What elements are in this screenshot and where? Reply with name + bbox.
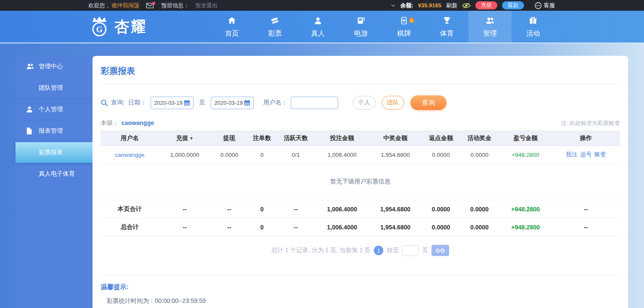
total-label: 本页合计 — [101, 200, 159, 218]
nav-item-egames[interactable]: 电游 — [339, 11, 382, 43]
nav-item-boardgames[interactable]: 中 棋牌 — [382, 11, 425, 43]
table-cell-profit: +948.2800 — [499, 218, 552, 236]
withdraw-button[interactable]: 提款 — [502, 1, 524, 9]
table-row: caowangge 1,000.0000 0.0000 0 0/1 1,006.… — [101, 146, 620, 164]
table-cell: 0 — [248, 218, 276, 236]
refresh-link[interactable]: 刷新 — [446, 2, 457, 9]
page-title: 彩票报表 — [101, 56, 620, 77]
logo-emblem-icon: G — [88, 15, 111, 38]
table-cell: -- — [159, 218, 211, 236]
table-cell: 1,954.6800 — [369, 146, 422, 164]
page-body: 管理中心 团队管理 个人管理 报表管理 彩票报表 真人电子体育 彩票报表 — [0, 44, 644, 308]
table-cell: -- — [276, 218, 315, 236]
table-cell: -- — [211, 200, 248, 218]
brand-logo[interactable]: G 杏耀 — [88, 15, 147, 38]
table-cell: 0.0000 — [460, 200, 499, 218]
pagination: 总计 1 个记录, 分为 1 页, 当前第 1 页 1 转至 页 GO — [101, 245, 620, 256]
go-button[interactable]: GO — [431, 245, 449, 256]
column-header: 提现 — [211, 131, 248, 146]
users-icon — [26, 63, 34, 70]
bets-link[interactable]: 投注 — [566, 151, 578, 158]
logout-link[interactable]: 安全退出 — [195, 2, 218, 9]
column-header: 投注金额 — [315, 131, 369, 146]
empty-message: 暂无下级用户彩票信息 — [101, 164, 620, 200]
current-page-button[interactable]: 1 — [374, 246, 383, 255]
nav-item-lottery[interactable]: 彩票 — [253, 11, 296, 43]
query-label: 查询: — [111, 99, 125, 107]
lottery-tickets-icon — [270, 16, 280, 27]
grand-total-row: 总合计 -- -- 0 -- 1,006.4000 1,954.6800 0.0… — [101, 218, 620, 236]
mail-icon[interactable] — [146, 3, 154, 8]
sidebar-item-live-egame-sports[interactable]: 真人电子体育 — [15, 163, 92, 185]
date-from-input[interactable]: 2020-03-19 — [151, 97, 194, 109]
table-cell-username: caowangge — [101, 146, 159, 164]
column-header: 活跃天数 — [276, 131, 315, 146]
main-nav: 首页 彩票 真人 电游 中 棋牌 — [210, 11, 555, 43]
column-header-sortable[interactable]: 充值▼ — [159, 131, 211, 146]
level-user-link[interactable]: caowangge — [121, 119, 154, 126]
date-label: 日期： — [128, 99, 146, 107]
tips-content: 彩票统计时间为：00:00:00--23:59:59 — [107, 297, 620, 305]
balance-label: 余额: — [400, 2, 413, 9]
table-cell: 0.0000 — [211, 146, 248, 164]
customer-service-link[interactable]: 客服 — [535, 2, 555, 9]
column-header: 返点金额 — [422, 131, 460, 146]
sidebar: 管理中心 团队管理 个人管理 报表管理 彩票报表 真人电子体育 — [15, 56, 92, 308]
app-screen: 欢迎您， 谁伴我闯荡 预留信息： 安全退出 余额: ¥35.9165 刷新 — [0, 0, 644, 308]
team-filter-button[interactable]: 团队 — [382, 96, 404, 110]
home-icon — [227, 16, 237, 27]
table-cell: 0.0000 — [422, 218, 460, 236]
table-cell: 0.0000 — [460, 146, 499, 164]
column-header: 用户名 — [101, 131, 159, 146]
navbar: G 杏耀 首页 彩票 真人 电游 中 棋牌 — [0, 11, 644, 43]
table-cell: 0 — [248, 146, 276, 164]
account-change-note: 注: 此处账变为彩票账变 — [561, 119, 620, 127]
report-table: 用户名 充值▼ 提现 注单数 活跃天数 投注金额 中奖金额 返点金额 活动奖金 … — [101, 131, 620, 236]
table-cell-actions: 投注追号账变 — [552, 146, 620, 164]
table-cell: -- — [211, 218, 248, 236]
table-cell: 1,954.6800 — [369, 200, 422, 218]
sidebar-item-team-manage[interactable]: 团队管理 — [15, 77, 92, 99]
eye-slash-icon[interactable] — [462, 3, 471, 9]
calendar-icon — [244, 100, 250, 106]
search-button[interactable]: 查询 — [410, 95, 447, 110]
table-cell: 1,006.4000 — [315, 218, 369, 236]
main-content: 彩票报表 查询: 日期： 2020-03-19 至 2020-03-19 — [92, 56, 628, 308]
table-cell-profit: +948.2800 — [499, 146, 552, 164]
header-row: 用户名 充值▼ 提现 注单数 活跃天数 投注金额 中奖金额 返点金额 活动奖金 … — [101, 131, 620, 146]
svg-text:G: G — [96, 25, 103, 34]
nav-item-live[interactable]: 真人 — [296, 11, 339, 43]
mail-badge — [152, 2, 155, 5]
table-cell: -- — [552, 200, 620, 218]
sidebar-item-personal-manage[interactable]: 个人管理 — [15, 99, 92, 120]
level-label: 本级： — [101, 119, 119, 127]
calendar-icon — [184, 100, 190, 106]
personal-filter-button[interactable]: 个人 — [353, 96, 376, 110]
nav-item-sports[interactable]: 体育 — [425, 11, 468, 43]
table-cell: -- — [276, 200, 315, 218]
nav-item-manage[interactable]: 管理 — [468, 11, 512, 43]
account-change-link[interactable]: 账变 — [595, 151, 606, 158]
username-label: 用户名： — [263, 99, 287, 107]
deposit-button[interactable]: 充值 — [475, 1, 497, 9]
title-divider — [101, 84, 620, 84]
nav-item-activity[interactable]: 活动 — [512, 11, 555, 43]
goto-page-input[interactable] — [402, 245, 419, 256]
username-input[interactable] — [291, 97, 338, 109]
row-username-link[interactable]: caowangge — [115, 152, 145, 158]
nav-item-home[interactable]: 首页 — [210, 11, 253, 43]
chevron-down-icon[interactable] — [391, 4, 395, 7]
date-to-input[interactable]: 2020-03-19 — [211, 97, 254, 109]
empty-message-row: 暂无下级用户彩票信息 — [101, 164, 620, 200]
sidebar-item-lottery-report[interactable]: 彩票报表 — [15, 142, 92, 163]
total-label: 总合计 — [101, 218, 159, 236]
reserved-info-label: 预留信息： — [161, 2, 189, 9]
chase-link[interactable]: 追号 — [580, 151, 592, 158]
sidebar-item-manage-center[interactable]: 管理中心 — [15, 56, 92, 77]
topbar: 欢迎您， 谁伴我闯荡 预留信息： 安全退出 余额: ¥35.9165 刷新 — [0, 0, 644, 11]
sidebar-item-report-manage[interactable]: 报表管理 — [15, 120, 92, 142]
username-link[interactable]: 谁伴我闯荡 — [111, 2, 139, 9]
svg-text:中: 中 — [402, 19, 406, 23]
gift-icon — [528, 16, 538, 27]
filter-bar: 查询: 日期： 2020-03-19 至 2020-03-19 用户名： — [101, 95, 620, 110]
